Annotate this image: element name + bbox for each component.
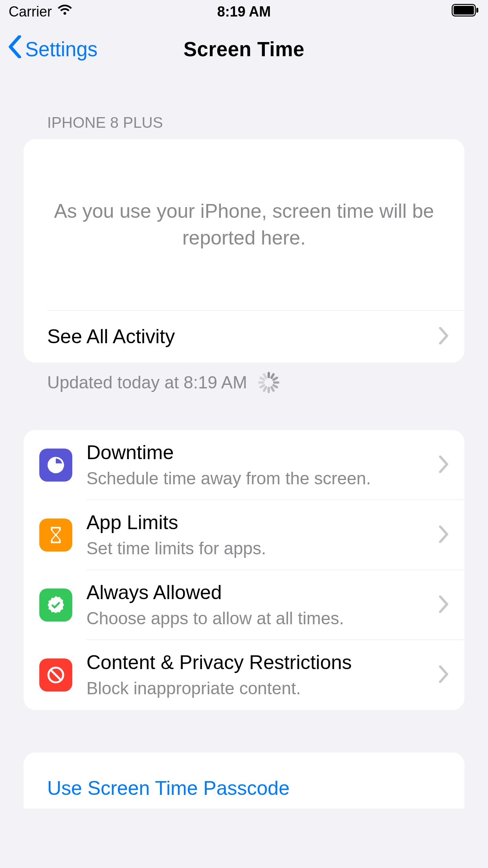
passcode-label: Use Screen Time Passcode	[47, 776, 449, 801]
updated-footer: Updated today at 8:19 AM	[24, 362, 464, 393]
back-label: Settings	[25, 38, 97, 61]
checkmark-seal-icon	[39, 588, 72, 622]
usage-card: As you use your iPhone, screen time will…	[24, 139, 464, 362]
chevron-right-icon	[438, 526, 449, 544]
row-title: App Limits	[86, 510, 431, 535]
updated-text: Updated today at 8:19 AM	[47, 373, 247, 392]
page-title: Screen Time	[183, 38, 305, 61]
spinner-icon	[258, 372, 279, 393]
svg-line-5	[50, 669, 61, 680]
nav-bar: Settings Screen Time	[0, 24, 488, 75]
row-subtitle: Choose apps to allow at all times.	[86, 607, 431, 630]
chevron-right-icon	[438, 596, 449, 614]
content: IPHONE 8 PLUS As you use your iPhone, sc…	[0, 114, 488, 809]
always-allowed-row[interactable]: Always Allowed Choose apps to allow at a…	[24, 570, 464, 640]
row-subtitle: Set time limits for apps.	[86, 537, 431, 560]
status-time: 8:19 AM	[217, 4, 271, 20]
options-card: Downtime Schedule time away from the scr…	[24, 430, 464, 710]
status-right	[451, 4, 479, 20]
carrier-label: Carrier	[9, 4, 52, 20]
chevron-right-icon	[438, 456, 449, 474]
downtime-icon	[39, 449, 72, 482]
status-left: Carrier	[9, 4, 73, 20]
row-title: Content & Privacy Restrictions	[86, 650, 431, 675]
chevron-right-icon	[438, 666, 449, 684]
row-subtitle: Block inappropriate content.	[86, 677, 431, 700]
passcode-card: Use Screen Time Passcode	[24, 752, 464, 809]
row-subtitle: Schedule time away from the screen.	[86, 467, 431, 490]
battery-icon	[451, 4, 479, 20]
svg-rect-2	[476, 8, 478, 13]
usage-empty-text: As you use your iPhone, screen time will…	[24, 139, 464, 310]
row-title: Always Allowed	[86, 580, 431, 605]
chevron-left-icon	[8, 35, 22, 63]
see-all-activity-row[interactable]: See All Activity	[24, 311, 464, 362]
wifi-icon	[57, 4, 73, 20]
downtime-row[interactable]: Downtime Schedule time away from the scr…	[24, 430, 464, 500]
back-button[interactable]: Settings	[8, 35, 97, 63]
use-passcode-row[interactable]: Use Screen Time Passcode	[24, 752, 464, 809]
status-bar: Carrier 8:19 AM	[0, 0, 488, 24]
hourglass-icon	[39, 519, 72, 552]
svg-rect-1	[453, 6, 474, 15]
nosign-icon	[39, 658, 72, 691]
row-title: Downtime	[86, 440, 431, 465]
app-limits-row[interactable]: App Limits Set time limits for apps.	[24, 500, 464, 570]
chevron-right-icon	[438, 327, 449, 346]
device-section-header: IPHONE 8 PLUS	[24, 114, 464, 131]
content-privacy-row[interactable]: Content & Privacy Restrictions Block ina…	[24, 640, 464, 710]
see-all-label: See All Activity	[47, 324, 431, 349]
